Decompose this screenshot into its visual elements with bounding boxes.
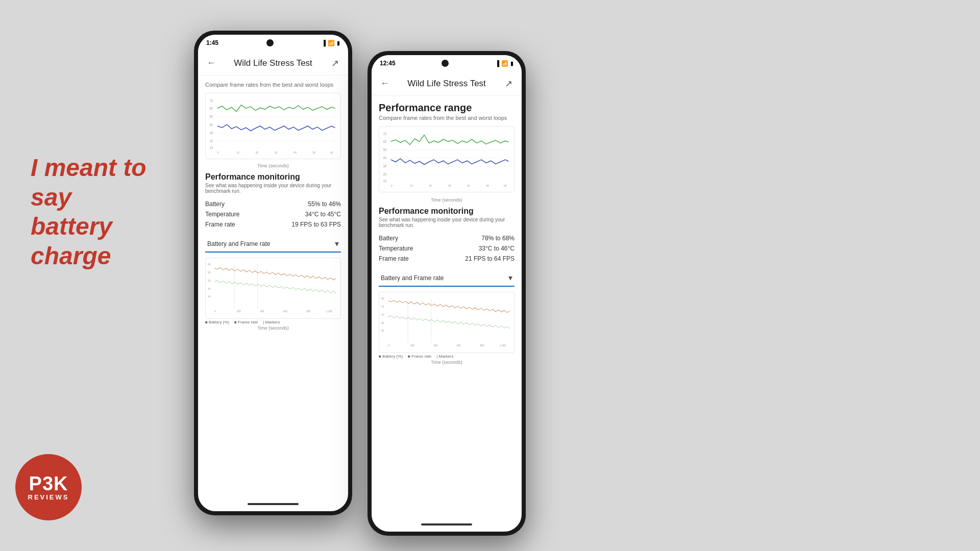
svg-text:600: 600 [457,343,461,346]
svg-text:200: 200 [237,309,241,312]
dropdown-arrow-left: ▾ [335,239,339,248]
fps-value-right: 21 FPS to 64 FPS [465,255,514,262]
share-button-right[interactable]: ↗ [501,77,516,91]
svg-text:30: 30 [448,184,451,187]
dropdown-arrow-right: ▾ [508,273,512,283]
dropdown-left[interactable]: Battery and Frame rate ▾ [205,236,341,253]
svg-text:800: 800 [480,343,484,346]
svg-text:1,000: 1,000 [500,343,506,346]
back-icon-left: ← [207,58,216,68]
svg-text:50: 50 [208,279,210,282]
camera-notch-right [442,60,449,67]
framerate-legend-right: ■ Frame rate [408,354,431,359]
temp-value-right: 33°C to 46°C [479,245,514,252]
back-icon-right: ← [380,78,389,89]
perf-range-title-right: Performance range [379,102,514,114]
status-icons-left: ▐ 📶 ▮ [322,40,340,46]
battery-value-left: 55% to 46% [308,201,341,208]
perf-monitoring-right: Performance monitoring See what was happ… [379,207,514,264]
svg-text:400: 400 [433,343,437,346]
battery-icon-right: ▮ [510,60,513,67]
svg-text:60: 60 [208,263,210,266]
perf-table-left: Battery 55% to 46% Temperature 34°C to 4… [205,199,341,230]
svg-text:45: 45 [208,287,210,290]
dropdown-label-right: Battery and Frame rate [381,274,444,282]
phone-right: 12:45 ▐ 📶 ▮ ← Wild Life Stress Test ↗ [368,51,526,536]
battery-svg-right: 80 75 70 65 60 0 200 400 600 800 [381,294,512,350]
screen-content-right: Performance range Compare frame rates fr… [372,96,522,532]
svg-text:10: 10 [236,151,239,154]
dropdown-right[interactable]: Battery and Frame rate ▾ [379,270,514,287]
perf-row-battery-left: Battery 55% to 46% [205,199,341,209]
svg-text:65: 65 [381,321,384,324]
phone-right-screen: 12:45 ▐ 📶 ▮ ← Wild Life Stress Test ↗ [372,55,522,532]
perf-title-left: Performance monitoring [205,172,341,182]
phones-area: 1:45 ▐ 📶 ▮ ← Wild Life Stress Test ↗ [194,31,526,536]
svg-text:10: 10 [410,184,413,187]
perf-range-subtitle-left: Compare frame rates from the best and wo… [205,82,341,88]
dropdown-label-left: Battery and Frame rate [207,240,270,247]
svg-text:40: 40 [293,151,297,154]
svg-text:20: 20 [383,172,387,176]
svg-text:60: 60 [210,107,213,110]
svg-text:50: 50 [210,115,213,118]
perf-row-temp-right: Temperature 33°C to 46°C [379,243,514,254]
x-label-battery-left: Time (seconds) [205,325,341,331]
svg-text:30: 30 [210,132,213,135]
svg-text:600: 600 [283,309,287,312]
svg-text:60: 60 [330,151,333,154]
home-indicator-left [248,503,299,505]
svg-text:50: 50 [312,151,315,154]
share-icon-right: ↗ [505,78,512,89]
fps-label-left: Frame rate [205,221,235,228]
battery-icon: ▮ [337,40,340,46]
markers-legend-right: | Markers [436,354,453,359]
battery-chart-right: 80 75 70 65 60 0 200 400 600 800 [379,292,514,353]
framerate-svg-right: 70 60 50 40 30 20 10 [382,130,511,189]
svg-text:20: 20 [210,139,213,142]
battery-svg-left: 60 55 50 45 40 0 200 400 600 [208,260,338,316]
svg-text:0: 0 [388,343,389,346]
svg-text:70: 70 [383,132,387,135]
framerate-chart-left: 70 60 50 40 30 20 10 [205,93,341,159]
time-left: 1:45 [206,39,218,46]
back-button-right[interactable]: ← [378,77,392,91]
svg-text:10: 10 [383,180,387,183]
x-axis-label-left: Time (seconds) [205,163,341,168]
svg-text:400: 400 [260,309,264,312]
svg-text:30: 30 [383,165,387,168]
svg-text:0: 0 [391,184,393,187]
app-bar-left: ← Wild Life Stress Test ↗ [198,51,348,76]
home-indicator-right [421,523,472,525]
svg-text:40: 40 [467,184,470,187]
perf-row-battery-right: Battery 78% to 68% [379,233,514,243]
logo-subtext: REVIEWS [28,493,69,501]
svg-text:1,000: 1,000 [326,309,332,312]
svg-text:200: 200 [410,343,414,346]
framerate-svg-left: 70 60 50 40 30 20 10 [209,96,337,156]
battery-chart-left: 60 55 50 45 40 0 200 400 600 [205,258,341,319]
temp-label-right: Temperature [379,245,413,252]
perf-range-subtitle-right: Compare frame rates from the best and wo… [379,115,514,121]
battery-legend-left: ■ Battery (%) [205,320,229,324]
svg-text:0: 0 [217,151,219,154]
svg-text:55: 55 [208,271,210,274]
svg-text:60: 60 [504,184,507,187]
svg-text:50: 50 [383,148,387,152]
svg-text:60: 60 [383,140,387,143]
phone-left: 1:45 ▐ 📶 ▮ ← Wild Life Stress Test ↗ [194,31,352,515]
back-button-left[interactable]: ← [204,56,218,70]
overlay-line1: I meant to say [31,153,194,212]
svg-text:40: 40 [208,295,210,298]
battery-label-left: Battery [205,201,225,208]
svg-text:50: 50 [486,184,489,187]
svg-text:40: 40 [383,157,387,160]
temp-value-left: 34°C to 45°C [305,211,341,218]
svg-text:30: 30 [275,151,278,154]
svg-text:70: 70 [210,99,213,102]
battery-legend-right: ■ Battery (%) [379,354,403,359]
app-bar-right: ← Wild Life Stress Test ↗ [372,71,522,96]
svg-text:75: 75 [381,305,384,308]
share-button-left[interactable]: ↗ [328,56,342,70]
share-icon-left: ↗ [331,58,339,69]
